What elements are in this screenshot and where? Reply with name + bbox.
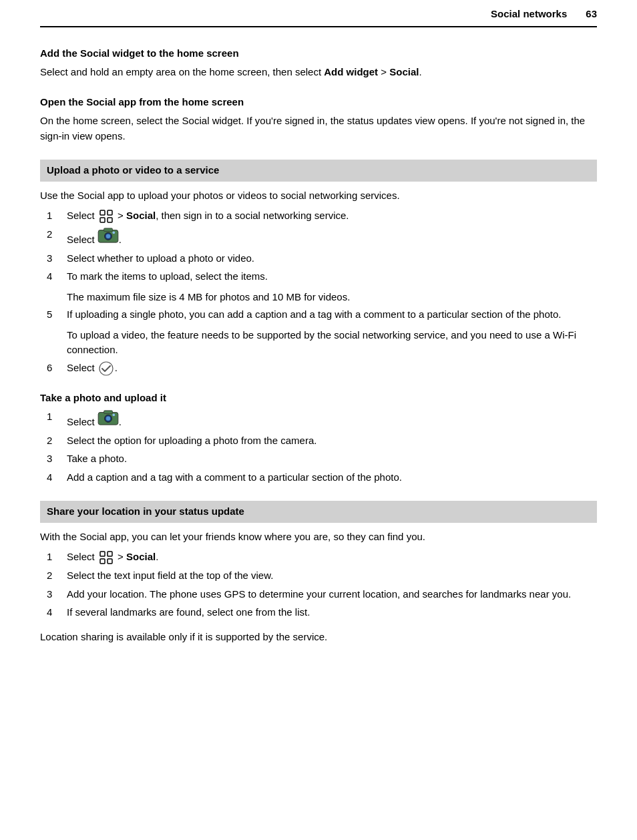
section-intro-upload: Use the Social app to upload your photos…	[40, 188, 597, 204]
section-upload-photo-video: Upload a photo or video to a service Use…	[40, 160, 597, 376]
section-intro-location: With the Social app, you can let your fr…	[40, 530, 597, 545]
section-para-open-app: On the home screen, select the Social wi…	[40, 114, 597, 144]
step-content: To mark the items to upload, select the …	[67, 269, 597, 284]
list-item: 6 Select .	[40, 361, 597, 376]
list-item: 1 Select > Social.	[40, 550, 597, 565]
list-item: 4 Add a caption and a tag with a comment…	[40, 470, 597, 485]
section-add-social-widget: Add the Social widget to the home screen…	[40, 46, 597, 80]
svg-point-14	[106, 417, 110, 421]
apps-icon	[99, 550, 114, 565]
apps-icon	[99, 209, 114, 224]
page-header: Social networks 63	[40, 0, 597, 27]
svg-rect-18	[108, 552, 112, 556]
list-item: 3 Select whether to upload a photo or vi…	[40, 251, 597, 266]
step-number: 4	[40, 470, 67, 485]
svg-rect-2	[100, 218, 105, 222]
step-number: 3	[40, 587, 67, 602]
step-content: Select > Social, then sign in to a socia…	[67, 208, 597, 224]
list-item: 1 Select .	[40, 409, 597, 430]
upload-steps-list: 1 Select > Social, then sign in to a soc…	[40, 208, 597, 284]
section-heading-open-app: Open the Social app from the home screen	[40, 95, 597, 110]
step-content: Select > Social.	[67, 550, 597, 565]
list-item: 1 Select > Social, then sign in to a soc…	[40, 208, 597, 224]
step-content: Select the text input field at the top o…	[67, 568, 597, 584]
gray-bar-upload: Upload a photo or video to a service	[40, 160, 597, 182]
page: Social networks 63 Add the Social widget…	[0, 0, 637, 690]
list-item: 2 Select the option for uploading a phot…	[40, 433, 597, 449]
step-content: Select .	[67, 409, 597, 430]
svg-rect-15	[103, 411, 112, 414]
camera-icon	[97, 409, 119, 425]
step-number: 2	[40, 433, 67, 449]
step-content: If uploading a single photo, you can add…	[67, 307, 597, 323]
step-content: Select whether to upload a photo or vide…	[67, 251, 597, 266]
step-number: 3	[40, 451, 67, 467]
section-footer-location: Location sharing is available only if it…	[40, 630, 597, 645]
svg-rect-1	[108, 210, 112, 215]
step-content: Select the option for uploading a photo …	[67, 433, 597, 449]
svg-point-9	[112, 231, 115, 234]
step-content: Add your location. The phone uses GPS to…	[67, 587, 597, 602]
step-content: Add a caption and a tag with a comment t…	[67, 470, 597, 485]
location-steps-list: 1 Select > Social. 2 Select the text inp…	[40, 550, 597, 620]
list-item: 3 Add your location. The phone uses GPS …	[40, 587, 597, 602]
step-number: 2	[40, 568, 67, 584]
list-item: 2 Select the text input field at the top…	[40, 568, 597, 584]
list-item: 4 To mark the items to upload, select th…	[40, 269, 597, 284]
step-number: 2	[40, 227, 67, 242]
svg-rect-17	[100, 552, 105, 556]
header-title: Social networks	[491, 7, 567, 22]
step-content: Take a photo.	[67, 451, 597, 467]
step-content: Select .	[67, 361, 597, 376]
check-icon	[99, 361, 114, 376]
step-number: 4	[40, 605, 67, 620]
gray-bar-location: Share your location in your status updat…	[40, 501, 597, 523]
list-item: 3 Take a photo.	[40, 451, 597, 467]
section-take-photo: Take a photo and upload it 1 Select .	[40, 391, 597, 485]
svg-rect-0	[100, 210, 105, 215]
section-heading-take-photo: Take a photo and upload it	[40, 391, 597, 406]
sub-para-video: To upload a video, the feature needs to …	[67, 328, 597, 358]
step-number: 3	[40, 251, 67, 266]
step-number: 1	[40, 550, 67, 565]
step-number: 1	[40, 409, 67, 425]
step-number: 4	[40, 269, 67, 284]
list-item: 2 Select .	[40, 227, 597, 248]
svg-rect-3	[108, 218, 112, 222]
list-item: 5 If uploading a single photo, you can a…	[40, 307, 597, 323]
step-number: 6	[40, 361, 67, 376]
take-photo-steps: 1 Select . 2 Select the option for uploa…	[40, 409, 597, 485]
upload-steps-list-2: 5 If uploading a single photo, you can a…	[40, 307, 597, 323]
section-open-social-app: Open the Social app from the home screen…	[40, 95, 597, 144]
step-content: If several landmarks are found, select o…	[67, 605, 597, 620]
sub-para-file-size: The maximum file size is 4 MB for photos…	[67, 290, 597, 305]
step-number: 5	[40, 307, 67, 323]
section-para-add-widget: Select and hold an empty area on the hom…	[40, 65, 597, 80]
section-heading-add-widget: Add the Social widget to the home screen	[40, 46, 597, 61]
svg-rect-19	[100, 559, 105, 564]
svg-rect-20	[108, 559, 112, 564]
header-page-number: 63	[586, 7, 597, 22]
upload-steps-list-3: 6 Select .	[40, 361, 597, 376]
step-number: 1	[40, 208, 67, 224]
svg-rect-8	[103, 228, 112, 232]
section-share-location: Share your location in your status updat…	[40, 501, 597, 644]
svg-point-7	[106, 234, 110, 238]
step-content: Select .	[67, 227, 597, 248]
svg-point-16	[112, 414, 115, 417]
list-item: 4 If several landmarks are found, select…	[40, 605, 597, 620]
camera-icon	[97, 227, 119, 243]
